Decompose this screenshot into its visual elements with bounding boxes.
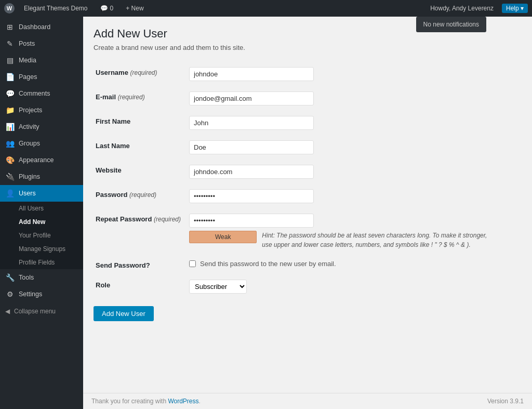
website-input[interactable] [189,165,314,179]
sidebar-item-dashboard[interactable]: ⊞ Dashboard [0,19,83,35]
repeat-password-required: (required) [154,216,181,223]
wordpress-link[interactable]: WordPress [168,398,198,405]
sidebar-item-pages[interactable]: 📄 Pages [0,69,83,85]
user-form: Username (required) E-mail (required) [94,62,499,299]
submenu-all-users[interactable]: All Users [0,202,83,215]
website-label: Website [96,166,122,174]
password-row: Password (required) [94,184,499,208]
footer: Thank you for creating with WordPress. V… [83,393,532,409]
send-password-row: Send Password? Send this password to the… [94,255,499,274]
username-input[interactable] [189,67,314,81]
add-new-user-button[interactable]: Add New User [94,306,154,321]
password-strength-bar: Weak [189,231,257,243]
website-row: Website [94,160,499,184]
page-subtitle: Create a brand new user and add them to … [94,44,522,51]
user-greeting[interactable]: Howdy, Andy Leverenz [427,0,497,17]
firstname-input[interactable] [189,116,314,130]
repeat-password-label: Repeat Password (required) [96,215,181,223]
comments-link[interactable]: 💬 0 [97,0,117,17]
posts-icon: ✎ [5,39,15,48]
repeat-password-input[interactable] [189,214,314,228]
help-button[interactable]: Help ▾ [502,4,528,13]
firstname-label: First Name [96,117,130,125]
email-input[interactable] [189,91,314,105]
lastname-input[interactable] [189,140,314,154]
password-strength-hint: Hint: The password should be at least se… [262,231,497,249]
send-password-checkbox[interactable] [189,260,196,267]
comments-icon: 💬 [5,89,15,98]
projects-icon: 📁 [5,106,15,114]
submenu-add-new[interactable]: Add New [0,215,83,229]
sidebar-item-media[interactable]: ▤ Media [0,52,83,69]
role-label: Role [96,281,110,289]
role-select[interactable]: Subscriber Contributor Author Editor Adm… [189,280,247,294]
sidebar-item-posts[interactable]: ✎ Posts [0,35,83,52]
sidebar-item-plugins[interactable]: 🔌 Plugins [0,168,83,185]
sidebar-item-settings[interactable]: ⚙ Settings [0,286,83,302]
password-label: Password (required) [96,191,156,199]
send-password-label: Send Password? [96,261,150,269]
settings-icon: ⚙ [5,290,15,298]
notification-popup: No new notifications [416,17,486,32]
appearance-icon: 🎨 [5,156,15,164]
password-input[interactable] [189,189,314,203]
add-new-link[interactable]: + New [123,0,147,17]
plugins-icon: 🔌 [5,173,15,181]
activity-icon: 📊 [5,123,15,131]
dashboard-icon: ⊞ [5,23,15,31]
email-row: E-mail (required) [94,86,499,111]
sidebar-item-tools[interactable]: 🔧 Tools [0,269,83,286]
footer-left: Thank you for creating with WordPress. [91,398,201,405]
lastname-row: Last Name [94,135,499,160]
site-name-link[interactable]: Elegant Themes Demo [21,0,91,17]
sidebar-item-groups[interactable]: 👥 Groups [0,135,83,152]
wp-logo[interactable]: W [4,3,15,14]
username-row: Username (required) [94,62,499,86]
tools-icon: 🔧 [5,273,15,282]
password-required: (required) [129,191,156,199]
groups-icon: 👥 [5,139,15,148]
media-icon: ▤ [5,56,15,64]
send-password-text: Send this password to the new user by em… [200,260,336,268]
sidebar-item-activity[interactable]: 📊 Activity [0,118,83,135]
sidebar: ⊞ Dashboard ✎ Posts ▤ Media 📄 Pages 💬 Co… [0,17,83,409]
username-label: Username (required) [96,69,157,76]
username-required: (required) [130,69,157,76]
submenu-manage-signups[interactable]: Manage Signups [0,242,83,256]
lastname-label: Last Name [96,142,130,150]
email-label: E-mail (required) [96,93,145,101]
footer-version: Version 3.9.1 [487,398,524,405]
sidebar-item-users[interactable]: 👤 Users [0,185,83,202]
email-required: (required) [118,94,145,101]
submenu-profile-fields[interactable]: Profile Fields [0,256,83,269]
users-icon: 👤 [5,189,15,197]
collapse-icon: ◀ [5,308,10,315]
pages-icon: 📄 [5,73,15,81]
users-submenu: All Users Add New Your Profile Manage Si… [0,202,83,269]
repeat-password-row: Repeat Password (required) Weak Hint: Th… [94,208,499,255]
submenu-your-profile[interactable]: Your Profile [0,229,83,242]
collapse-menu[interactable]: ◀ Collapse menu [0,304,83,319]
sidebar-item-comments[interactable]: 💬 Comments [0,85,83,102]
firstname-row: First Name [94,111,499,135]
sidebar-item-appearance[interactable]: 🎨 Appearance [0,152,83,168]
role-row: Role Subscriber Contributor Author Edito… [94,274,499,299]
sidebar-item-projects[interactable]: 📁 Projects [0,102,83,118]
admin-bar: W Elegant Themes Demo 💬 0 + New No new n… [0,0,532,17]
main-content: Add New User Create a brand new user and… [83,17,532,409]
password-strength-row: Weak Hint: The password should be at lea… [189,231,497,249]
